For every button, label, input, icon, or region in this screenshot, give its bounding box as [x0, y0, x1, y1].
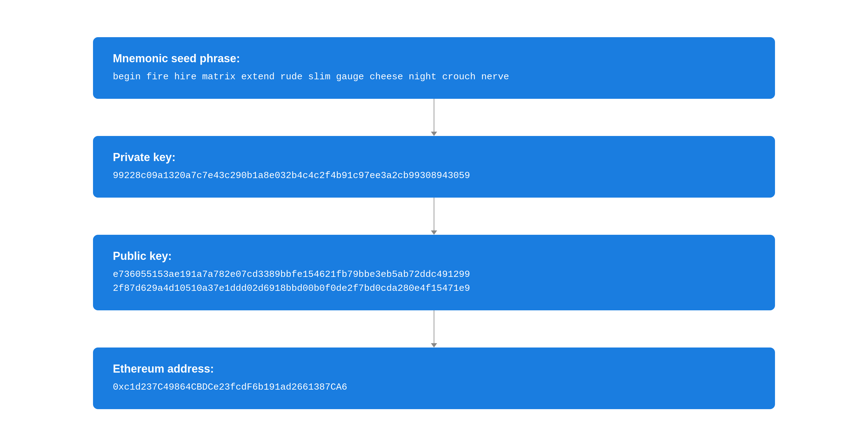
public-key-value-line1: e736055153ae191a7a782e07cd3389bbfe154621…: [113, 268, 755, 281]
public-key-label: Public key:: [113, 250, 755, 263]
ethereum-address-label: Ethereum address:: [113, 363, 755, 375]
public-key-card: Public key: e736055153ae191a7a782e07cd33…: [93, 235, 775, 310]
private-key-label: Private key:: [113, 151, 755, 164]
mnemonic-value: begin fire hire matrix extend rude slim …: [113, 70, 755, 84]
connector-arrow-1: [431, 132, 437, 136]
connector-arrow-3: [431, 343, 437, 347]
connector-line-2: [434, 198, 434, 231]
connector-1: [431, 99, 437, 136]
connector-line-1: [434, 99, 434, 132]
connector-arrow-2: [431, 231, 437, 235]
connector-2: [431, 198, 437, 235]
private-key-value: 99228c09a1320a7c7e43c290b1a8e032b4c4c2f4…: [113, 169, 755, 183]
connector-line-3: [434, 310, 434, 343]
ethereum-address-card: Ethereum address: 0xc1d237C49864CBDCe23f…: [93, 347, 775, 409]
main-container: Mnemonic seed phrase: begin fire hire ma…: [93, 37, 775, 409]
public-key-value-line2: 2f87d629a4d10510a37e1ddd02d6918bbd00b0f0…: [113, 281, 755, 296]
ethereum-address-value: 0xc1d237C49864CBDCe23fcdF6b191ad2661387C…: [113, 380, 755, 394]
mnemonic-label: Mnemonic seed phrase:: [113, 52, 755, 65]
private-key-card: Private key: 99228c09a1320a7c7e43c290b1a…: [93, 136, 775, 198]
connector-3: [431, 310, 437, 347]
mnemonic-card: Mnemonic seed phrase: begin fire hire ma…: [93, 37, 775, 99]
